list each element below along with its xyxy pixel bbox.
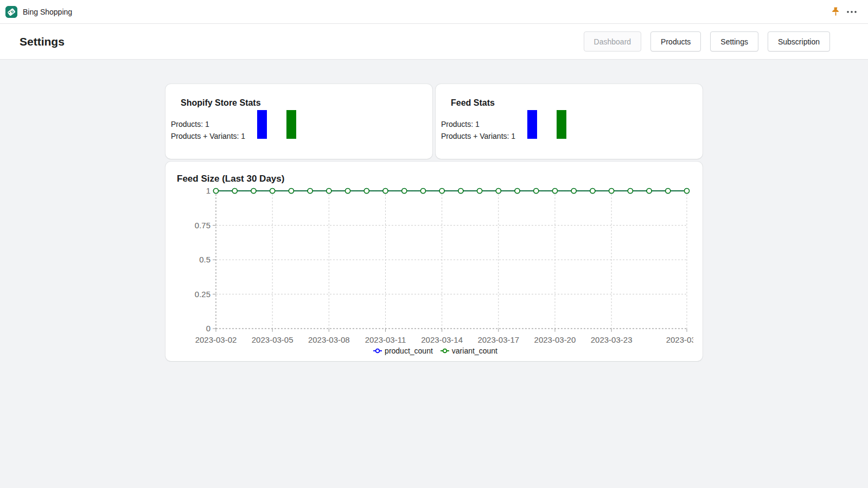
products-variants-count-text: Products + Variants: 1 xyxy=(171,131,245,143)
products-variants-count-text: Products + Variants: 1 xyxy=(441,131,515,143)
x-axis-tick-label: 2023-03-27 xyxy=(666,335,693,344)
app-title: Bing Shopping xyxy=(23,8,72,16)
mini-bar-variant_count xyxy=(286,110,296,139)
x-axis-tick-label: 2023-03-14 xyxy=(421,335,463,344)
x-axis-tick-label: 2023-03-05 xyxy=(252,335,293,344)
nav-button-subscription[interactable]: Subscription xyxy=(768,31,830,52)
feed-stats-mini-bar-chart xyxy=(527,110,567,139)
nav-button-settings[interactable]: Settings xyxy=(710,31,758,52)
feed-size-card: Feed Size (Last 30 Days) 10.750.50.25020… xyxy=(165,162,703,361)
chart-title: Feed Size (Last 30 Days) xyxy=(177,174,694,184)
mini-bar-product_count xyxy=(527,110,537,139)
card-title: Feed Stats xyxy=(451,98,703,108)
nav-button-products[interactable]: Products xyxy=(650,31,701,52)
main-content: Shopify Store Stats Products: 1 Products… xyxy=(0,60,868,361)
y-axis-tick-label: 0.75 xyxy=(195,221,210,230)
x-axis-tick-label: 2023-03-11 xyxy=(365,335,406,344)
legend-line-icon xyxy=(441,348,449,354)
legend-label: product_count xyxy=(385,347,433,355)
shopify-store-stats-card: Shopify Store Stats Products: 1 Products… xyxy=(165,84,432,159)
nav-button-dashboard[interactable]: Dashboard xyxy=(584,31,642,52)
x-axis-tick-label: 2023-03-08 xyxy=(308,335,350,344)
page-header: Settings Dashboard Products Settings Sub… xyxy=(0,24,868,60)
x-axis-tick-label: 2023-03-23 xyxy=(591,335,633,344)
pin-icon[interactable] xyxy=(828,5,843,18)
feed-size-line-chart: 10.750.50.2502023-03-022023-03-052023-03… xyxy=(177,185,694,347)
y-axis-tick-label: 0 xyxy=(206,324,210,333)
y-axis-tick-label: 1 xyxy=(206,186,210,195)
legend-item-product_count[interactable]: product_count xyxy=(373,347,433,355)
x-axis-tick-label: 2023-03-17 xyxy=(477,335,519,344)
x-axis-tick-label: 2023-03-02 xyxy=(195,335,237,344)
more-actions-icon[interactable] xyxy=(843,8,860,16)
card-title: Shopify Store Stats xyxy=(181,98,432,108)
store-stats-mini-bar-chart xyxy=(257,110,297,139)
page-title: Settings xyxy=(20,35,65,48)
products-count-text: Products: 1 xyxy=(171,119,245,131)
feed-stats-card: Feed Stats Products: 1 Products + Varian… xyxy=(436,84,703,159)
legend-label: variant_count xyxy=(452,347,497,355)
stats-row: Shopify Store Stats Products: 1 Products… xyxy=(165,84,703,159)
topbar: b Bing Shopping xyxy=(0,0,868,24)
chart-legend: product_countvariant_count xyxy=(177,347,694,355)
legend-line-icon xyxy=(373,348,382,354)
mini-bar-variant_count xyxy=(557,110,566,139)
nav-buttons: Dashboard Products Settings Subscription xyxy=(584,31,830,52)
y-axis-tick-label: 0.25 xyxy=(195,290,210,299)
x-axis-tick-label: 2023-03-20 xyxy=(534,335,576,344)
y-axis-tick-label: 0.5 xyxy=(199,255,210,264)
mini-bar-product_count xyxy=(257,110,267,139)
products-count-text: Products: 1 xyxy=(441,119,515,131)
bing-shopping-app-icon: b xyxy=(5,6,17,18)
legend-item-variant_count[interactable]: variant_count xyxy=(441,347,497,355)
